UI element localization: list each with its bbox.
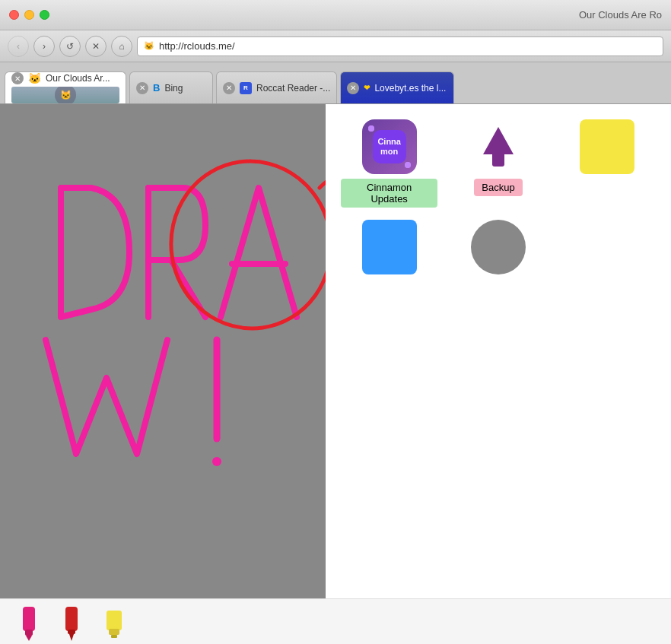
tab-close-bing[interactable]: ✕ [136, 82, 148, 94]
tab-label-lovebytes: Lovebyt.es the l... [374, 83, 447, 94]
svg-rect-22 [65, 607, 78, 631]
backup-arrow-icon [483, 127, 514, 154]
placeholder1-icon [580, 119, 634, 174]
svg-rect-26 [109, 629, 119, 635]
app-item-cinnamon[interactable]: Cinnamon Cinnamon Updates [341, 119, 437, 208]
tab-close-our-clouds[interactable]: ✕ [11, 72, 24, 84]
svg-rect-25 [107, 611, 122, 630]
address-favicon: 🐱 [144, 41, 154, 51]
window-title: Our Clouds Are Ro [579, 9, 662, 21]
app-item-blue[interactable] [341, 220, 437, 274]
backup-icon [471, 119, 526, 174]
tab-label-bing: Bing [164, 83, 206, 94]
back-button[interactable]: ‹ [8, 36, 29, 57]
tab-label-our-clouds: Our Clouds Ar... [46, 73, 119, 84]
app-item-backup[interactable]: Backup [450, 119, 546, 208]
backup-label: Backup [474, 179, 522, 196]
svg-marker-21 [26, 636, 32, 641]
app-item-gray[interactable] [450, 220, 546, 274]
roccat-favicon: R [240, 82, 252, 94]
close-button[interactable] [9, 10, 19, 20]
refresh-icon: ↺ [66, 41, 74, 52]
drawing-canvas[interactable] [0, 104, 326, 598]
tab-close-roccat[interactable]: ✕ [223, 82, 235, 94]
back-icon: ‹ [17, 41, 20, 52]
forward-icon: › [43, 41, 46, 52]
address-url: http://rclouds.me/ [159, 40, 235, 52]
cinnamon-label: Cinnamon Updates [341, 179, 437, 208]
tab-close-lovebytes[interactable]: ✕ [347, 82, 359, 94]
tool-red-pen[interactable] [58, 603, 85, 641]
nav-bar: ‹ › ↺ ✕ ⌂ 🐱 http://rclouds.me/ [0, 30, 671, 62]
tool-yellow-highlighter[interactable] [100, 603, 128, 641]
cinnamon-icon-text: Cinnamon [373, 130, 406, 163]
cinnamon-icon: Cinnamon [362, 119, 417, 174]
svg-point-1 [212, 457, 221, 466]
traffic-lights [9, 10, 49, 20]
maximize-button[interactable] [40, 10, 49, 20]
address-bar[interactable]: 🐱 http://rclouds.me/ [137, 36, 663, 56]
svg-rect-23 [68, 630, 75, 634]
svg-rect-27 [111, 635, 117, 638]
home-icon: ⌂ [119, 41, 124, 52]
refresh-button[interactable]: ↺ [59, 36, 81, 57]
tab-our-clouds[interactable]: ✕ 🐱 Our Clouds Ar... 🐱 [5, 71, 126, 103]
title-bar: Our Clouds Are Ro [0, 0, 671, 30]
stop-icon: ✕ [92, 41, 100, 52]
main-content: Cinnamon Cinnamon Updates Backup [0, 104, 671, 598]
minimize-button[interactable] [24, 10, 34, 20]
stop-button[interactable]: ✕ [85, 36, 107, 57]
svg-marker-24 [69, 634, 74, 641]
app-item-placeholder1[interactable] [559, 119, 656, 208]
bottom-toolbar [0, 598, 671, 644]
app-panel: Cinnamon Cinnamon Updates Backup [326, 104, 671, 598]
tool-pink-marker[interactable] [15, 603, 43, 641]
home-button[interactable]: ⌂ [111, 36, 132, 57]
tabs-bar: ✕ 🐱 Our Clouds Ar... 🐱 ✕ B Bing ✕ R Rocc… [0, 62, 671, 104]
blue-app-icon [362, 220, 417, 274]
svg-rect-19 [23, 607, 35, 631]
tab-bing[interactable]: ✕ B Bing [129, 71, 213, 103]
gray-app-icon [471, 220, 526, 274]
tab-label-roccat: Roccat Reader -... [256, 83, 330, 94]
tab-lovebytes[interactable]: ✕ ❤ Lovebyt.es the l... [340, 71, 454, 103]
forward-button[interactable]: › [33, 36, 55, 57]
svg-rect-20 [25, 630, 33, 636]
tab-roccat-reader[interactable]: ✕ R Roccat Reader -... [216, 71, 337, 103]
